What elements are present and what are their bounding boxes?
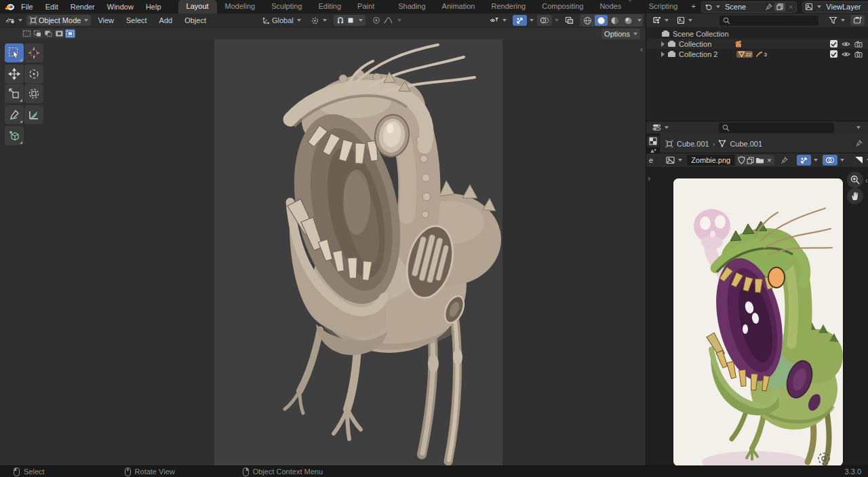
expand-arrow-icon[interactable] (661, 41, 665, 47)
outliner-restriction-selector[interactable] (674, 15, 695, 26)
outliner-row-scene-collection[interactable]: Scene Collection (646, 28, 868, 39)
select-intersect-button[interactable] (65, 29, 75, 38)
workspace-tab-geometry-nodes[interactable]: Geometry Nodes (591, 0, 640, 14)
menu-file[interactable]: File (15, 0, 39, 14)
pin-icon[interactable] (765, 3, 772, 11)
scene-unlink-button[interactable]: × (787, 3, 794, 11)
workspace-tab-shading[interactable]: Shading (390, 0, 433, 14)
pivot-point-selector[interactable] (308, 15, 330, 26)
clipped-menu-text[interactable]: e (648, 156, 653, 164)
image-overlays-toggle[interactable] (823, 155, 837, 166)
show-gizmo-toggle[interactable] (513, 15, 527, 26)
image-gizmo-chevron[interactable] (814, 159, 818, 161)
disable-render-camera-icon[interactable] (854, 51, 863, 58)
xray-toggle[interactable] (562, 15, 576, 26)
viewlayer-name[interactable]: ViewLayer (823, 3, 868, 11)
fake-user-shield-icon[interactable] (738, 156, 745, 164)
viewport-menu-view[interactable]: View (92, 16, 119, 24)
workspace-tab-uv-editing[interactable]: UV Editing (310, 0, 349, 14)
outliner-row-collection-2[interactable]: Collection 2 22 3 (646, 49, 868, 59)
exclude-checkbox[interactable] (830, 50, 837, 58)
disable-render-camera-icon[interactable] (854, 41, 863, 47)
hide-eye-icon[interactable] (842, 41, 850, 47)
reference-image-zombie[interactable] (673, 178, 843, 466)
scene-name[interactable]: Scene (722, 3, 763, 11)
workspace-tab-animation[interactable]: Animation (434, 0, 484, 14)
sidebar-collapse-chevron[interactable]: ‹ (640, 46, 643, 53)
zoom-button[interactable] (847, 172, 863, 188)
options-button[interactable]: Options (601, 28, 640, 39)
workspace-tab-compositing[interactable]: Compositing (534, 0, 591, 14)
new-collection-button[interactable] (850, 15, 865, 26)
tool-add-cube[interactable] (5, 126, 24, 145)
panel-expand-chevron-left[interactable]: › (648, 175, 650, 182)
show-overlays-toggle[interactable] (537, 15, 552, 26)
snap-controls[interactable] (334, 15, 366, 26)
breadcrumb-data-name[interactable]: Cube.001 (730, 140, 762, 148)
workspace-tab-sculpting[interactable]: Sculpting (263, 0, 310, 14)
viewlayer-selector[interactable]: ViewLayer × (802, 1, 868, 13)
scene-new-copy-button[interactable] (774, 3, 785, 12)
tool-select-box[interactable] (5, 43, 24, 62)
exclude-checkbox[interactable] (830, 40, 837, 47)
workspace-tab-modeling[interactable]: Modeling (217, 0, 264, 14)
scene-browse-chevron[interactable] (716, 5, 720, 8)
viewport-canvas[interactable]: ‹ (0, 39, 646, 465)
tool-cursor[interactable] (24, 43, 43, 62)
shading-wireframe-button[interactable] (581, 15, 594, 26)
menu-render[interactable]: Render (64, 0, 101, 14)
blender-logo-icon[interactable] (4, 1, 15, 12)
mode-selector[interactable]: Object Mode (26, 15, 91, 26)
select-subtract-button[interactable] (43, 29, 54, 38)
properties-search-input[interactable] (719, 123, 834, 133)
pin-id-icon[interactable] (855, 140, 863, 147)
workspace-tab-layout[interactable]: Layout (178, 0, 217, 14)
gizmo-chevron[interactable] (530, 19, 534, 22)
workspace-tab-rendering[interactable]: Rendering (483, 0, 534, 14)
shading-solid-button[interactable] (595, 15, 608, 26)
transform-orientation-selector[interactable]: Global (260, 15, 304, 26)
viewlayer-browse-chevron[interactable] (817, 5, 821, 8)
new-image-icon[interactable] (747, 157, 754, 164)
outliner-row-collection[interactable]: Collection (646, 39, 868, 49)
proportional-editing-controls[interactable] (370, 15, 404, 26)
tool-rotate[interactable] (24, 64, 43, 83)
show-object-types-selector[interactable] (487, 15, 509, 26)
outliner-search-input[interactable] (719, 16, 818, 26)
tool-move[interactable] (5, 64, 24, 83)
open-folder-icon[interactable] (755, 157, 764, 164)
select-invert-button[interactable] (54, 29, 64, 38)
workspace-tab-texture-paint[interactable]: Texture Paint (349, 0, 390, 14)
scene-selector[interactable]: Scene × (701, 1, 797, 13)
unlink-image-button[interactable]: × (766, 156, 772, 164)
tab-texture-properties[interactable] (647, 136, 659, 147)
outliner-display-mode[interactable] (650, 15, 671, 26)
expand-arrow-icon[interactable] (661, 52, 665, 57)
pin-image-icon[interactable] (781, 157, 788, 164)
add-workspace-button[interactable]: + (686, 0, 701, 14)
overlays-chevron[interactable] (555, 19, 559, 22)
viewport-menu-object[interactable]: Object (179, 16, 212, 24)
image-name-field[interactable]: Zombie.png (687, 155, 734, 166)
panel-expand-chevron-right[interactable]: ‹ (865, 177, 868, 184)
properties-options-chevron[interactable] (856, 126, 861, 129)
display-channels-button[interactable] (852, 155, 868, 166)
menu-edit[interactable]: Edit (39, 0, 64, 14)
menu-window[interactable]: Window (101, 0, 140, 14)
hide-eye-icon[interactable] (842, 51, 850, 58)
select-extend-button[interactable] (33, 29, 43, 38)
shading-chevron[interactable] (637, 19, 642, 22)
breadcrumb-object-name[interactable]: Cube.001 (677, 140, 709, 148)
editor-type-button[interactable] (3, 15, 25, 26)
image-browse-button[interactable] (663, 155, 685, 166)
shading-material-button[interactable] (608, 15, 621, 26)
tool-annotate[interactable] (5, 105, 24, 124)
shading-rendered-button[interactable] (622, 15, 635, 26)
workspace-tab-scripting[interactable]: Scripting (641, 0, 686, 14)
tool-transform[interactable] (24, 84, 43, 103)
viewport-menu-select[interactable]: Select (121, 16, 153, 24)
image-overlays-chevron[interactable] (840, 159, 844, 161)
image-gizmo-toggle[interactable] (797, 155, 811, 166)
properties-editor-type-button[interactable] (650, 122, 671, 133)
pan-button[interactable] (847, 188, 863, 204)
